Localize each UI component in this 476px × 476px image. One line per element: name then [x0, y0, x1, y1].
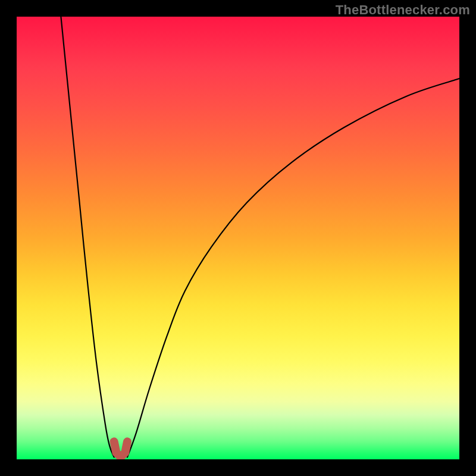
- dip-marker: [114, 441, 127, 457]
- watermark-text: TheBottlenecker.com: [336, 2, 470, 18]
- chart-stage: TheBottlenecker.com: [0, 0, 476, 476]
- curve-layer: [17, 17, 459, 459]
- left-branch-curve: [61, 17, 114, 457]
- plot-area: [17, 17, 459, 459]
- right-branch-curve: [127, 79, 459, 457]
